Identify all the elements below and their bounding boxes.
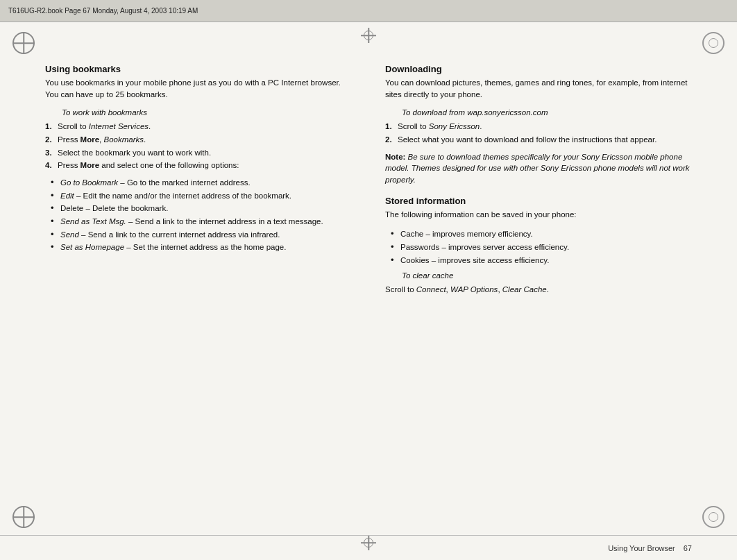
- bookmarks-title: Using bookmarks: [45, 64, 352, 74]
- step-3: 3. Select the bookmark you want to work …: [45, 147, 352, 159]
- stored-info-list: Cache – improves memory efficiency. Pass…: [391, 228, 692, 266]
- option-send: Send – Send a link to the current intern…: [51, 229, 352, 241]
- header-text: T616UG-R2.book Page 67 Monday, August 4,…: [8, 7, 198, 15]
- dl-step-2: 2. Select what you want to download and …: [385, 134, 692, 146]
- footer-bar: Using Your Browser 67: [0, 535, 737, 560]
- step-1: 1. Scroll to Internet Services.: [45, 121, 352, 133]
- stored-information-title: Stored information: [385, 196, 692, 206]
- dl-step-1: 1. Scroll to Sony Ericsson.: [385, 121, 692, 133]
- header-bar: T616UG-R2.book Page 67 Monday, August 4,…: [0, 0, 737, 22]
- downloading-title: Downloading: [385, 64, 692, 74]
- page: T616UG-R2.book Page 67 Monday, August 4,…: [0, 0, 737, 560]
- left-column: Using bookmarks You use bookmarks in you…: [45, 64, 357, 518]
- downloading-subtitle: To download from wap.sonyericsson.com: [385, 108, 692, 117]
- downloading-note: Note: Be sure to download themes specifi…: [385, 151, 692, 186]
- stored-item-passwords: Passwords – improves server access effic…: [391, 241, 692, 253]
- stored-information-section: Stored information The following informa…: [385, 196, 692, 296]
- footer-page-number: 67: [684, 544, 692, 552]
- option-delete: Delete – Delete the bookmark.: [51, 203, 352, 214]
- bookmarks-steps: 1. Scroll to Internet Services. 2. Press…: [45, 121, 352, 171]
- content-area: Using bookmarks You use bookmarks in you…: [0, 22, 737, 560]
- footer-label: Using Your Browser: [608, 544, 675, 552]
- step-4: 4. Press More and select one of the foll…: [45, 160, 352, 171]
- option-send-text: Send as Text Msg. – Send a link to the i…: [51, 216, 352, 228]
- bookmark-options: Go to Bookmark – Go to the marked intern…: [51, 177, 352, 253]
- stored-item-cookies: Cookies – improves site access efficienc…: [391, 255, 692, 266]
- stored-information-intro: The following information can be saved i…: [385, 209, 692, 221]
- bookmarks-subtitle: To work with bookmarks: [45, 108, 352, 117]
- option-goto: Go to Bookmark – Go to the marked intern…: [51, 177, 352, 189]
- clear-cache-subtitle: To clear cache: [385, 271, 692, 280]
- downloading-section: Downloading You can download pictures, t…: [385, 64, 692, 186]
- step-2: 2. Press More, Bookmarks.: [45, 134, 352, 146]
- downloading-steps: 1. Scroll to Sony Ericsson. 2. Select wh…: [385, 121, 692, 145]
- option-homepage: Set as Homepage – Set the internet addre…: [51, 241, 352, 253]
- right-column: Downloading You can download pictures, t…: [380, 64, 692, 518]
- bookmarks-intro: You use bookmarks in your mobile phone j…: [45, 77, 352, 100]
- stored-item-cache: Cache – improves memory efficiency.: [391, 228, 692, 240]
- downloading-intro: You can download pictures, themes, games…: [385, 77, 692, 100]
- option-edit: Edit – Edit the name and/or the internet…: [51, 190, 352, 202]
- bookmarks-section: Using bookmarks You use bookmarks in you…: [45, 64, 352, 253]
- clear-cache-text: Scroll to Connect, WAP Options, Clear Ca…: [385, 284, 692, 296]
